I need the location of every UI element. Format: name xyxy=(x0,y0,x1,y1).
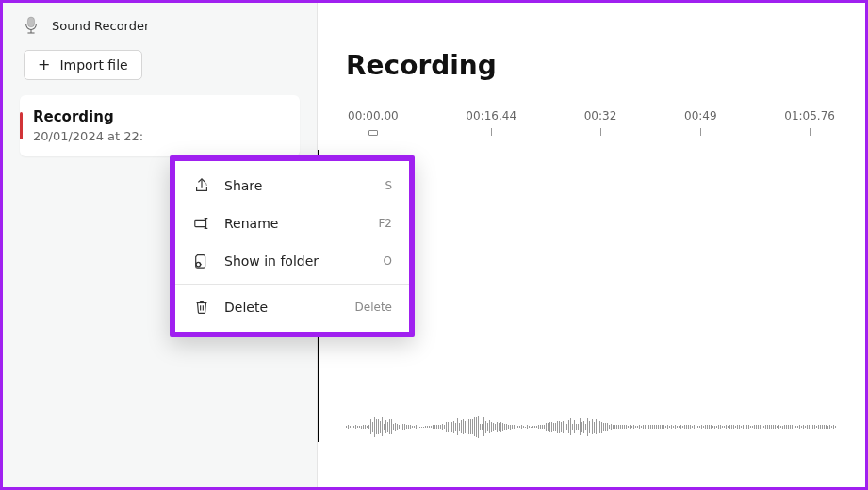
waveform[interactable] xyxy=(346,408,837,446)
timeline[interactable]: 00:00.00 00:16.44 00:32 00:49 01:05.76 xyxy=(346,109,837,136)
svg-rect-3 xyxy=(195,220,206,226)
recording-item-subtitle: 20/01/2024 at 22: xyxy=(33,129,285,143)
menu-item-delete[interactable]: Delete Delete xyxy=(175,288,409,326)
menu-label: Delete xyxy=(224,300,355,315)
menu-separator xyxy=(175,284,409,285)
time-tick: 00:16.44 xyxy=(466,109,516,136)
menu-item-rename[interactable]: Rename F2 xyxy=(175,204,409,242)
page-title: Recording xyxy=(346,50,837,81)
folder-icon xyxy=(192,252,211,270)
recording-list-item[interactable]: Recording 20/01/2024 at 22: xyxy=(20,95,300,156)
time-tick: 00:00.00 xyxy=(348,109,399,136)
svg-point-7 xyxy=(196,262,201,267)
menu-shortcut: O xyxy=(384,254,392,268)
rename-icon xyxy=(192,214,211,233)
menu-shortcut: F2 xyxy=(378,217,392,230)
import-file-button[interactable]: + Import file xyxy=(24,50,142,80)
menu-label: Share xyxy=(224,178,385,193)
plus-icon: + xyxy=(38,57,50,73)
microphone-icon xyxy=(24,16,41,35)
trash-icon xyxy=(192,298,211,317)
menu-shortcut: Delete xyxy=(355,301,392,314)
time-tick: 00:49 xyxy=(684,109,717,136)
share-icon xyxy=(192,176,211,195)
menu-item-show-in-folder[interactable]: Show in folder O xyxy=(175,242,409,280)
time-tick: 00:32 xyxy=(584,109,617,136)
selection-accent xyxy=(20,112,23,139)
menu-item-share[interactable]: Share S xyxy=(175,167,409,204)
menu-shortcut: S xyxy=(385,179,392,192)
time-tick: 01:05.76 xyxy=(784,109,835,136)
menu-label: Rename xyxy=(224,216,378,231)
menu-label: Show in folder xyxy=(224,253,384,269)
context-menu: Share S Rename F2 Show in folder O xyxy=(170,155,415,337)
svg-rect-0 xyxy=(27,17,34,27)
app-title: Sound Recorder xyxy=(52,19,149,33)
import-label: Import file xyxy=(59,57,127,73)
app-header: Sound Recorder xyxy=(3,12,317,50)
recording-item-title: Recording xyxy=(33,108,285,125)
time-ruler: 00:00.00 00:16.44 00:32 00:49 01:05.76 xyxy=(346,109,837,136)
